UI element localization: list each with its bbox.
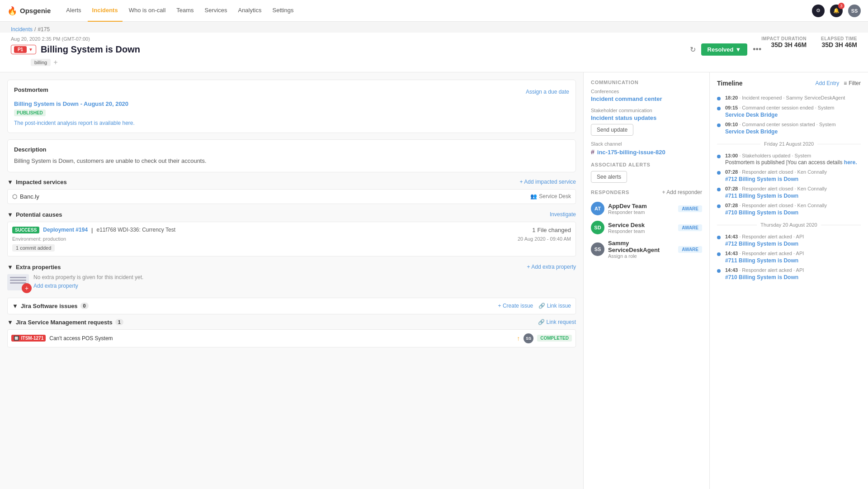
- deployment-desc: e11f768 WDI-336: Currency Test: [96, 227, 175, 233]
- postmortem-title: Postmortem: [14, 86, 48, 93]
- timeline-list: 18:20 · Incident reopened · Sammy Servic…: [717, 93, 861, 282]
- timeline-item: 14:43 · Responder alert acked · API #711…: [717, 249, 861, 266]
- see-alerts-button[interactable]: See alerts: [591, 171, 627, 183]
- deployment-status: SUCCESS: [12, 227, 39, 233]
- timeline-link[interactable]: #710 Billing System is Down: [725, 209, 798, 216]
- add-extra-property-link[interactable]: Add extra property: [33, 283, 78, 289]
- timeline-content: 07:28 · Responder alert closed · Ken Con…: [725, 186, 861, 199]
- nav-incidents[interactable]: Incidents: [88, 0, 123, 22]
- priority-up-icon: ↑: [517, 335, 520, 342]
- timeline-panel: Timeline Add Entry ≡ Filter 18:20 · Inci…: [710, 72, 868, 489]
- deployment-row: SUCCESS Deployment #194 | e11f768 WDI-33…: [7, 222, 576, 256]
- timeline-link[interactable]: #710 Billing System is Down: [725, 274, 798, 280]
- nav-settings[interactable]: Settings: [268, 0, 298, 22]
- postmortem-description[interactable]: The post-incident analysis report is ava…: [14, 120, 569, 126]
- assign-due-button[interactable]: Assign a due date: [526, 89, 569, 95]
- add-entry-button[interactable]: Add Entry: [816, 80, 840, 86]
- slack-channel-link[interactable]: inc-175-billing-issue-820: [597, 149, 665, 156]
- collapse-icon[interactable]: ▼: [7, 211, 13, 218]
- nav-who-is-on-call[interactable]: Who is on-call: [124, 0, 170, 22]
- timeline-link[interactable]: Service Desk Bridge: [725, 112, 778, 118]
- associated-alerts-label: ASSOCIATED ALERTS: [591, 162, 702, 167]
- user-avatar[interactable]: SS: [848, 5, 861, 17]
- timeline-content: 07:28 · Responder alert closed · Ken Con…: [725, 169, 861, 182]
- timeline-dot: [717, 236, 721, 239]
- sammy-info: Sammy ServiceDeskAgent Assign a role: [608, 240, 675, 259]
- timeline-dot: [717, 97, 721, 100]
- timeline-header: Timeline Add Entry ≡ Filter: [717, 80, 861, 87]
- timeline-meta: 09:10 · Command center session started ·…: [725, 122, 861, 127]
- postmortem-header: Postmortem Assign a due date: [14, 86, 569, 97]
- collapse-icon[interactable]: ▼: [7, 264, 13, 271]
- elapsed-time-label: ELAPSED TIME: [821, 36, 857, 41]
- filter-button[interactable]: ≡ Filter: [844, 80, 861, 86]
- jira-issues-section: ▼ Jira Software issues 0 + Create issue …: [7, 298, 576, 314]
- more-options-button[interactable]: •••: [753, 45, 761, 54]
- breadcrumb-parent[interactable]: Incidents: [11, 26, 33, 33]
- header-stats: IMPACT DURATION 35D 3H 46M ELAPSED TIME …: [761, 36, 857, 48]
- published-badge: PUBLISHED: [14, 109, 46, 116]
- extra-properties-section: ▼ Extra properties + Add extra property …: [7, 264, 576, 290]
- deployment-id[interactable]: Deployment #194: [43, 227, 88, 233]
- investigate-button[interactable]: Investigate: [550, 211, 576, 218]
- link-request-button[interactable]: 🔗 Link request: [538, 319, 576, 325]
- send-update-button[interactable]: Send update: [591, 124, 633, 136]
- refresh-button[interactable]: ↻: [690, 45, 696, 54]
- timeline-content: 14:43 · Responder alert acked · API #712…: [725, 234, 861, 247]
- priority-badge[interactable]: P1 ▼: [11, 45, 36, 54]
- jira-service-section: ▼ Jira Service Management requests 1 🔗 L…: [7, 319, 576, 347]
- app-name: Opsgenie: [20, 7, 51, 14]
- servicedesk-name: Service Desk: [608, 222, 675, 228]
- slack-label: Slack channel: [591, 141, 702, 147]
- add-impacted-service-button[interactable]: + Add impacted service: [520, 179, 576, 185]
- logo[interactable]: 🔥 Opsgenie: [7, 6, 51, 16]
- nav-alerts[interactable]: Alerts: [61, 0, 85, 22]
- timeline-content: 13:00 · Stakeholders updated · System Po…: [725, 153, 861, 166]
- responder-appdev: AT AppDev Team Responder team AWARE: [591, 199, 702, 218]
- timeline-link[interactable]: #712 Billing System is Down: [725, 241, 798, 247]
- incident-status-updates-link[interactable]: Incident status updates: [591, 114, 656, 121]
- timeline-content: 18:20 · Incident reopened · Sammy Servic…: [725, 95, 861, 101]
- add-responder-button[interactable]: + Add responder: [662, 189, 702, 195]
- incident-date: Aug 20, 2020 2:35 PM (GMT-07:00): [11, 36, 761, 42]
- nav-analytics[interactable]: Analytics: [233, 0, 266, 22]
- timeline-link[interactable]: #711 Billing System is Down: [725, 193, 798, 199]
- search-icon[interactable]: ⚙: [812, 5, 825, 17]
- link-issue-button[interactable]: 🔗 Link issue: [538, 303, 571, 309]
- timeline-meta: 14:43 · Responder alert acked · API: [725, 267, 861, 273]
- timeline-item: 18:20 · Incident reopened · Sammy Servic…: [717, 93, 861, 103]
- tag-billing[interactable]: billing: [31, 59, 51, 66]
- create-issue-button[interactable]: + Create issue: [498, 303, 533, 309]
- collapse-icon[interactable]: ▼: [12, 303, 18, 309]
- timeline-link[interactable]: Service Desk Bridge: [725, 128, 778, 135]
- notifications-button[interactable]: 🔔 3: [830, 5, 843, 17]
- conferences-label: Conferences: [591, 89, 702, 94]
- priority-chevron: ▼: [28, 47, 33, 52]
- jsm-request-row: 🔲 ITSM-1271 Can't access POS System ↑ SS…: [7, 329, 576, 347]
- add-property-plus-button[interactable]: +: [22, 283, 32, 293]
- elapsed-time-stat: ELAPSED TIME 35D 3H 46M: [821, 36, 857, 48]
- timeline-link[interactable]: #711 Billing System is Down: [725, 257, 798, 264]
- timeline-content: 14:43 · Responder alert acked · API #711…: [725, 251, 861, 264]
- appdev-info: AppDev Team Responder team: [608, 203, 675, 215]
- day-divider-friday: Friday 21 August 2020: [717, 141, 861, 147]
- timeline-link[interactable]: #712 Billing System is Down: [725, 176, 798, 182]
- incident-command-center-link[interactable]: Incident command center: [591, 95, 662, 102]
- deployment-meta: Environment: production 20 Aug 2020 - 09…: [12, 236, 571, 242]
- timeline-item: 09:10 · Command center session started ·…: [717, 120, 861, 137]
- timeline-dot: [717, 107, 721, 110]
- postmortem-link[interactable]: Billing System is Down - August 20, 2020: [14, 100, 569, 107]
- add-extra-property-button[interactable]: + Add extra property: [527, 264, 576, 270]
- impacted-services-section: ▼ Impacted services + Add impacted servi…: [7, 179, 576, 204]
- potential-causes-title: ▼ Potential causes: [7, 211, 62, 218]
- nav-services[interactable]: Services: [200, 0, 232, 22]
- slack-icon: #: [591, 148, 594, 156]
- nav-teams[interactable]: Teams: [172, 0, 198, 22]
- timeline-meta: 14:43 · Responder alert acked · API: [725, 234, 861, 239]
- description-text: Billing System is Down, customers are un…: [14, 157, 569, 166]
- collapse-icon[interactable]: ▼: [7, 179, 13, 185]
- status-button[interactable]: Resolved ▼: [701, 43, 748, 56]
- add-tag-button[interactable]: +: [53, 58, 57, 66]
- collapse-icon[interactable]: ▼: [7, 319, 13, 326]
- timeline-here-link[interactable]: here.: [844, 159, 857, 166]
